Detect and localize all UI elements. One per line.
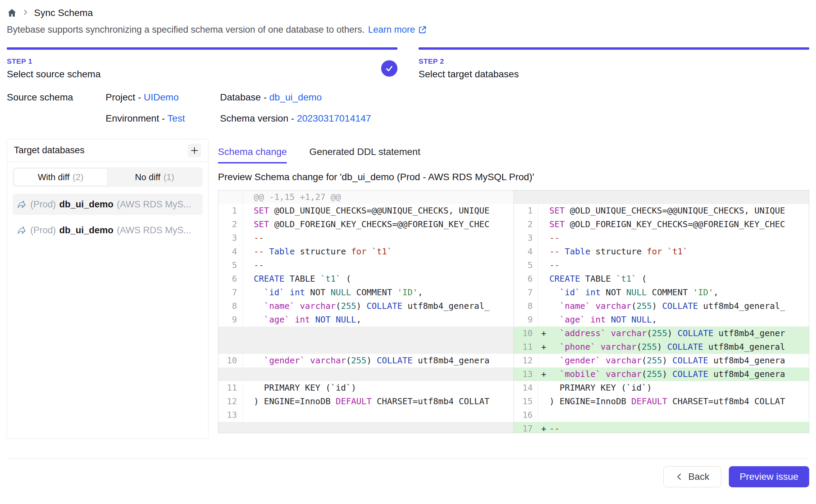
code-line: --: [549, 231, 809, 245]
diff-sign: [243, 272, 254, 286]
database-link[interactable]: db_ui_demo: [269, 92, 322, 103]
diff-sign: [538, 218, 549, 231]
home-icon[interactable]: [7, 8, 17, 18]
diff-code-row: 12 `gender` varchar(255) COLLATE utf8mb4…: [514, 354, 809, 367]
diff-sign: [538, 354, 549, 367]
target-databases-panel: Target databases With diff(2)No diff(1) …: [7, 139, 208, 439]
db-name: db_ui_demo: [59, 225, 113, 236]
line-number: 5: [218, 258, 243, 272]
diff-sign: [243, 381, 254, 395]
diff-code-row: 14 PRIMARY KEY (`id`): [514, 381, 809, 395]
diff-code-row: 13: [218, 408, 514, 422]
diff-sign: [243, 204, 254, 218]
learn-more-link[interactable]: Learn more: [368, 25, 427, 35]
diff-code-row: 6CREATE TABLE `t1` (: [514, 272, 809, 286]
diff-code-row: 6CREATE TABLE `t1` (: [218, 272, 514, 286]
line-number: 11: [218, 381, 243, 395]
page-description: Bytebase supports synchronizing a specif…: [7, 25, 809, 35]
line-number: 10: [514, 327, 538, 340]
source-environment-field: Environment - Test: [106, 113, 220, 124]
line-number: 7: [514, 286, 538, 299]
code-line: `id` int NOT NULL COMMENT 'ID',: [254, 286, 514, 299]
line-number: 8: [514, 299, 538, 313]
diff-sign: [243, 408, 254, 422]
diff-sign: [243, 340, 254, 354]
diff-sign: [538, 272, 549, 286]
diff-code-row: 2SET @OLD_FOREIGN_KEY_CHECKS=@@FOREIGN_K…: [514, 218, 809, 231]
schema-version-link[interactable]: 20230317014147: [297, 113, 371, 124]
line-number: 14: [514, 381, 538, 395]
diff-sign: [243, 190, 254, 204]
tab-generated-ddl-statement[interactable]: Generated DDL statement: [309, 146, 420, 163]
page-title: Sync Schema: [34, 7, 93, 18]
code-line: --: [254, 258, 514, 272]
diff-code-row: 4-- Table structure for `t1`: [514, 245, 809, 258]
db-environment: (Prod): [30, 199, 56, 210]
step-1-title: Select source schema: [7, 69, 100, 80]
breadcrumb: Sync Schema: [7, 5, 809, 20]
diff-code-row: 2SET @OLD_FOREIGN_KEY_CHECKS=@@FOREIGN_K…: [218, 218, 514, 231]
tab-schema-change[interactable]: Schema change: [218, 146, 287, 163]
target-database-item[interactable]: (Prod)db_ui_demo(AWS RDS MyS...: [13, 194, 203, 215]
diff-code-row: 8 `name` varchar(255) COLLATE utf8mb4_ge…: [218, 299, 514, 313]
step-2-progress-bar: [419, 47, 809, 50]
code-line: SET @OLD_FOREIGN_KEY_CHECKS=@@FOREIGN_KE…: [549, 218, 809, 231]
preview-issue-button[interactable]: Preview issue: [729, 466, 809, 487]
add-target-database-button[interactable]: [188, 144, 201, 157]
back-button[interactable]: Back: [663, 466, 721, 487]
diff-sign: +: [538, 327, 549, 340]
diff-sign: +: [538, 367, 549, 381]
diff-filter-tab-no-diff[interactable]: No diff(1): [108, 168, 202, 186]
code-line: `id` int NOT NULL COMMENT 'ID',: [549, 286, 809, 299]
diff-code-row: 15) ENGINE=InnoDB DEFAULT CHARSET=utf8mb…: [514, 395, 809, 408]
line-number: 12: [218, 395, 243, 408]
diff-sign: [538, 395, 549, 408]
code-line: [254, 327, 514, 340]
line-number: 2: [218, 218, 243, 231]
project-link[interactable]: UIDemo: [144, 92, 179, 103]
line-number: 2: [514, 218, 538, 231]
line-number: 4: [514, 245, 538, 258]
code-line: -- Table structure for `t1`: [549, 245, 809, 258]
code-line: @@ -1,15 +1,27 @@: [254, 190, 514, 204]
code-line: -- Table structure for `t1`: [254, 245, 514, 258]
diff-code-row: 3--: [218, 231, 514, 245]
line-number: 9: [218, 313, 243, 327]
line-number: 12: [514, 354, 538, 367]
external-link-icon: [418, 25, 427, 34]
target-database-item[interactable]: (Prod)db_ui_demo(AWS RDS MyS...: [13, 220, 203, 241]
chevron-left-icon: [675, 473, 684, 481]
code-line: CREATE TABLE `t1` (: [549, 272, 809, 286]
code-line: SET @OLD_FOREIGN_KEY_CHECKS=@@FOREIGN_KE…: [254, 218, 514, 231]
step-1: STEP 1 Select source schema: [7, 47, 397, 80]
diff-sign: [243, 367, 254, 381]
diff-sign: [538, 190, 549, 204]
mysql-dolphin-icon: [17, 225, 27, 235]
diff-code-row: 8 `name` varchar(255) COLLATE utf8mb4_ge…: [514, 299, 809, 313]
diff-code-row: 11+ `phone` varchar(255) COLLATE utf8mb4…: [514, 340, 809, 354]
environment-link[interactable]: Test: [168, 113, 185, 124]
target-databases-title: Target databases: [14, 145, 84, 156]
diff-sign: [243, 258, 254, 272]
description-text: Bytebase supports synchronizing a specif…: [7, 25, 365, 35]
code-line: `gender` varchar(255) COLLATE utf8mb4_ge…: [254, 354, 514, 367]
diff-filter-tab-with-diff[interactable]: With diff(2): [14, 168, 108, 186]
line-number: 6: [218, 272, 243, 286]
diff-code-row: 4-- Table structure for `t1`: [218, 245, 514, 258]
diff-code-row: 13+ `mobile` varchar(255) COLLATE utf8mb…: [514, 367, 809, 381]
code-line: SET @OLD_UNIQUE_CHECKS=@@UNIQUE_CHECKS, …: [254, 204, 514, 218]
code-line: --: [549, 258, 809, 272]
diff-filler-row: [218, 327, 514, 340]
db-name: db_ui_demo: [59, 199, 113, 210]
step-2: STEP 2 Select target databases: [419, 47, 809, 80]
diff-sign: [243, 422, 254, 433]
line-number: 4: [218, 245, 243, 258]
code-line: --: [549, 422, 809, 433]
diff-filler-row: [218, 422, 514, 433]
sync-schema-page: Sync Schema Bytebase supports synchroniz…: [0, 0, 816, 487]
line-number: 13: [514, 367, 538, 381]
diff-code-row: 9 `age` int NOT NULL,: [514, 313, 809, 327]
diff-code-row: 11 PRIMARY KEY (`id`): [218, 381, 514, 395]
code-line: [549, 190, 809, 204]
diff-sign: [538, 381, 549, 395]
